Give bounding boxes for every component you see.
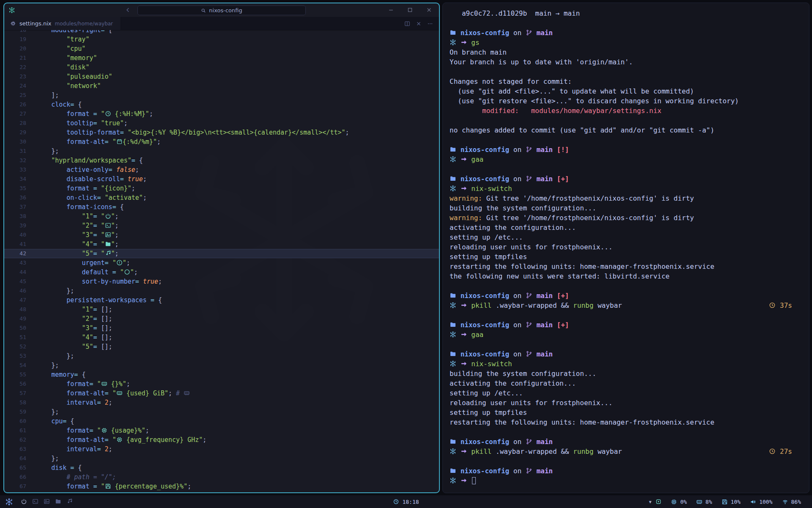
code-line-46[interactable]: 46 };: [4, 286, 439, 295]
waybar: 18:18 ▼ 0%8%10%100%86%: [0, 495, 812, 508]
terminal-line: building the system configuration...: [450, 369, 809, 378]
code-line-60[interactable]: 60 cpu= {: [4, 417, 439, 426]
snow-icon: [450, 156, 456, 163]
terminal-window[interactable]: a9c0c72..d11029b main → main nixos-confi…: [442, 3, 809, 493]
workspace-button-5[interactable]: [66, 498, 73, 505]
code-line-24[interactable]: 24 "network": [4, 81, 439, 91]
line-number: 32: [4, 156, 26, 165]
terminal-line: [450, 340, 809, 349]
pulseaudio-module[interactable]: 100%: [750, 499, 772, 505]
code-line-39[interactable]: 39 "2"= "";: [4, 221, 439, 230]
code-line-26[interactable]: 26 clock= {: [4, 100, 439, 109]
code-line-64[interactable]: 64 };: [4, 454, 439, 463]
code-line-29[interactable]: 29 tooltip-format= "<big>{:%Y %B}</big>\…: [4, 128, 439, 137]
close-window-button[interactable]: [426, 7, 432, 13]
workspace-button-3[interactable]: [44, 498, 50, 505]
code-line-65[interactable]: 65 disk = {: [4, 463, 439, 472]
code-line-28[interactable]: 28 tooltip= "true";: [4, 119, 439, 128]
code-line-68[interactable]: 68 interval= 60;: [4, 491, 439, 492]
tray-expand-arrow[interactable]: ▼: [649, 500, 651, 504]
code-line-40[interactable]: 40 "3"= "";: [4, 230, 439, 240]
nix-file-icon: [10, 21, 16, 27]
project-search-input[interactable]: nixos-config: [137, 6, 306, 15]
code-line-62[interactable]: 62 format-alt= " {avg_frequency} GHz";: [4, 435, 439, 444]
code-line-45[interactable]: 45 sort-by-number= true;: [4, 277, 439, 286]
tab-filename: settings.nix: [19, 20, 52, 27]
code-line-51[interactable]: 51 "4"= [];: [4, 333, 439, 342]
back-button[interactable]: [124, 6, 132, 14]
terminal-line: (use "git add <file>..." to update what …: [450, 86, 809, 96]
code-line-54[interactable]: 54 };: [4, 361, 439, 370]
code-line-47[interactable]: 47 persistent-workspaces = {: [4, 295, 439, 305]
memory-module[interactable]: 8%: [696, 499, 712, 505]
code-line-48[interactable]: 48 "1"= [];: [4, 305, 439, 314]
workspace-button-2[interactable]: [32, 498, 38, 505]
code-line-57[interactable]: 57 format-alt= " {used} GiB"; #: [4, 389, 439, 398]
disk-module[interactable]: 10%: [721, 499, 741, 505]
code-line-49[interactable]: 49 "2"= [];: [4, 314, 439, 323]
code-line-34[interactable]: 34 disable-scroll= true;: [4, 174, 439, 184]
code-line-42[interactable]: 42 "5"= "";: [4, 249, 439, 258]
code-line-36[interactable]: 36 on-click= "activate";: [4, 193, 439, 202]
code-line-52[interactable]: 52 "5"= [];: [4, 342, 439, 351]
line-number: 45: [4, 277, 26, 286]
code-line-53[interactable]: 53 };: [4, 351, 439, 361]
tray-module[interactable]: ▼: [649, 499, 661, 505]
clock-module[interactable]: 18:18: [393, 499, 419, 505]
app-logo-icon: [8, 7, 15, 14]
code-editor[interactable]: 18 modules-right= [19 "tray"20 "cpu"21 "…: [4, 30, 439, 492]
terminal-line: setting up /etc...: [450, 232, 809, 242]
code-line-32[interactable]: 32 "hyprland/workspaces"= {: [4, 156, 439, 165]
split-pane-icon[interactable]: [404, 21, 410, 27]
workspace-button-4[interactable]: [55, 498, 61, 505]
code-line-55[interactable]: 55 memory= {: [4, 370, 439, 379]
code-line-20[interactable]: 20 "cpu": [4, 44, 439, 53]
code-line-38[interactable]: 38 "1"= "";: [4, 212, 439, 221]
network-value: 86%: [791, 499, 801, 505]
code-line-37[interactable]: 37 format-icons= {: [4, 202, 439, 212]
code-line-27[interactable]: 27 format = " {:%H:%M}";: [4, 109, 439, 119]
code-line-18[interactable]: 18 modules-right= [: [4, 30, 439, 35]
code-line-63[interactable]: 63 interval= 2;: [4, 444, 439, 454]
code-line-67[interactable]: 67 format = " {percentage_used}%";: [4, 482, 439, 491]
nix-logo-icon[interactable]: [5, 498, 13, 506]
code-line-59[interactable]: 59 };: [4, 407, 439, 417]
network-module[interactable]: 86%: [782, 499, 801, 505]
code-line-22[interactable]: 22 "disk": [4, 63, 439, 72]
line-number: 59: [4, 407, 26, 417]
terminal-line: nixos-config on main: [450, 28, 809, 38]
code-line-44[interactable]: 44 default = "";: [4, 268, 439, 277]
code-line-35[interactable]: 35 format = "{icon}";: [4, 184, 439, 193]
ram-icon: [184, 390, 190, 396]
editor-window[interactable]: nixos-config settings.nix modules/home/w…: [3, 3, 440, 493]
code-line-21[interactable]: 21 "memory": [4, 53, 439, 63]
code-line-41[interactable]: 41 "4"= "";: [4, 240, 439, 249]
code-line-61[interactable]: 61 format= " {usage}%";: [4, 426, 439, 435]
clock-time: 18:18: [402, 499, 419, 505]
code-line-19[interactable]: 19 "tray": [4, 35, 439, 44]
close-tab-icon[interactable]: [416, 21, 422, 27]
tray-app-icon[interactable]: [656, 499, 661, 505]
line-number: 53: [4, 351, 26, 361]
code-line-23[interactable]: 23 "pulseaudio": [4, 72, 439, 81]
code-line-31[interactable]: 31 };: [4, 146, 439, 156]
code-line-43[interactable]: 43 urgent= "";: [4, 258, 439, 268]
workspace-button-1[interactable]: [21, 498, 27, 505]
terminal-line: [450, 281, 809, 291]
code-line-50[interactable]: 50 "3"= [];: [4, 323, 439, 333]
code-line-30[interactable]: 30 format-alt= "{:%d/%m}";: [4, 137, 439, 146]
code-line-25[interactable]: 25 ];: [4, 91, 439, 100]
tab-settings-nix[interactable]: settings.nix modules/home/waybar: [4, 17, 121, 30]
calendar-icon: [116, 138, 123, 145]
code-line-58[interactable]: 58 interval= 2;: [4, 398, 439, 407]
minimize-button[interactable]: [388, 7, 394, 13]
more-options-icon[interactable]: [427, 21, 433, 27]
maximize-button[interactable]: [407, 7, 413, 13]
search-icon: [201, 8, 206, 13]
code-line-56[interactable]: 56 format= " {}%";: [4, 379, 439, 389]
code-line-66[interactable]: 66 # path = "/";: [4, 472, 439, 482]
code-line-33[interactable]: 33 active-only= false;: [4, 165, 439, 174]
terminal-icon: [105, 222, 111, 229]
cpu-module[interactable]: 0%: [671, 499, 687, 505]
line-number: 35: [4, 184, 26, 193]
